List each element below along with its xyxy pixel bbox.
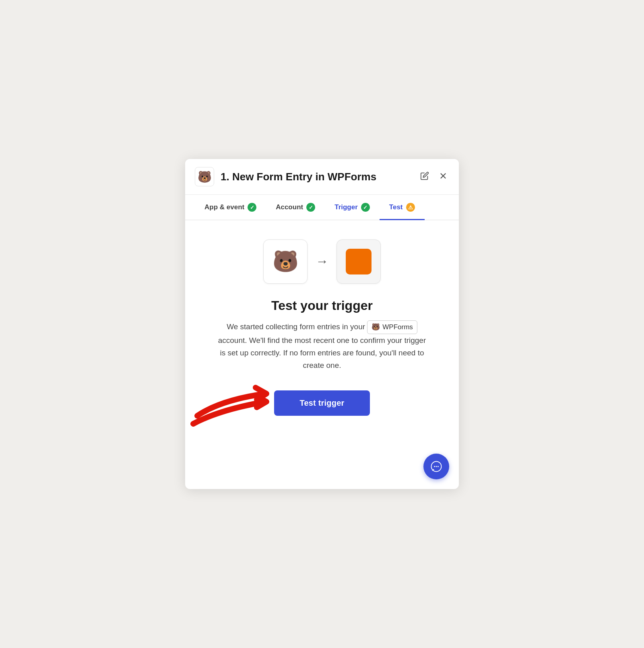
tab-account-check: ✓ [306,203,315,212]
source-app-box: 🐻 [263,239,308,284]
main-heading: Test your trigger [271,298,373,313]
red-arrow-annotation [189,371,278,428]
tab-account-label: Account [276,203,303,211]
test-trigger-button[interactable]: Test trigger [274,390,370,416]
tab-trigger[interactable]: Trigger ✓ [325,195,380,220]
chat-support-button[interactable] [423,454,449,479]
tab-test[interactable]: Test ⚠ [380,195,425,220]
svg-point-5 [438,466,439,467]
modal-header: 🐻 1. New Form Entry in WPForms [185,159,459,195]
tabs-bar: App & event ✓ Account ✓ Trigger ✓ Test ⚠ [185,195,459,220]
modal-container: 🐻 1. New Form Entry in WPForms App & eve… [185,159,459,489]
source-app-icon: 🐻 [272,249,299,274]
connector-row: 🐻 → [263,239,381,284]
modal-content: 🐻 → Test your trigger We started collect… [185,220,459,432]
tab-app-event-check: ✓ [248,203,256,212]
wpforms-badge: 🐻 WPForms [367,320,417,334]
button-area: Test trigger [201,390,443,416]
tab-trigger-label: Trigger [334,203,358,211]
svg-point-4 [436,466,437,467]
chat-icon [430,460,442,473]
tab-app-event[interactable]: App & event ✓ [195,195,266,220]
modal-title: 1. New Form Entry in WPForms [221,171,419,183]
tab-test-label: Test [389,203,403,211]
description-text: We started collecting form entries in yo… [217,320,427,372]
tab-trigger-check: ✓ [361,203,370,212]
header-actions [419,170,449,184]
tab-app-event-label: App & event [204,203,244,211]
app-icon: 🐻 [195,167,214,186]
edit-button[interactable] [419,170,431,184]
wpforms-badge-icon: 🐻 [372,322,380,333]
tab-account[interactable]: Account ✓ [266,195,325,220]
wpforms-badge-label: WPForms [382,322,413,333]
orange-square-icon [346,249,372,274]
target-app-box [336,239,381,284]
close-button[interactable] [437,170,449,184]
connector-arrow: → [316,254,328,269]
svg-point-3 [434,466,435,467]
tab-test-warning: ⚠ [406,203,415,212]
